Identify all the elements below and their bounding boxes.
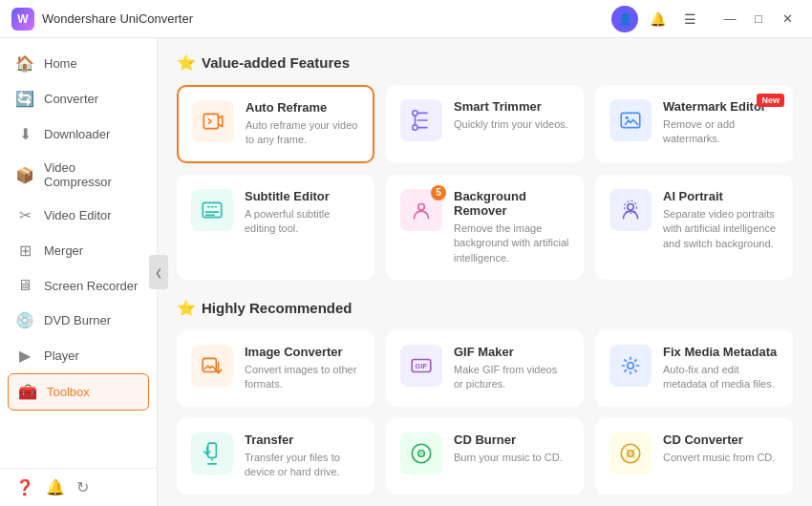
feature-card-ai-portrait[interactable]: AI Portrait Separate video portraits wit… [595, 175, 793, 280]
app-title: Wondershare UniConverter [42, 11, 193, 26]
menu-icon[interactable]: ☰ [676, 6, 703, 32]
feature-card-smart-trimmer[interactable]: Smart Trimmer Quickly trim your videos. [386, 85, 584, 163]
feature-card-subtitle-editor[interactable]: Subtitle Editor A powerful subtitle edit… [177, 175, 374, 280]
fix-media-metadata-text: Fix Media Metadata Auto-fix and edit met… [663, 345, 779, 392]
gif-maker-icon: GIF [409, 353, 434, 378]
gif-maker-name: GIF Maker [454, 345, 569, 359]
sidebar-item-toolbox[interactable]: 🧰 Toolbox [8, 373, 149, 411]
sidebar-item-merger[interactable]: ⊞ Merger [0, 233, 157, 268]
sidebar-item-home[interactable]: 🏠 Home [0, 46, 157, 81]
smart-trimmer-text: Smart Trimmer Quickly trim your videos. [454, 99, 568, 132]
notification-bell-icon[interactable]: 🔔 [644, 6, 671, 32]
sidebar-item-player[interactable]: ▶ Player [0, 338, 157, 373]
downloader-icon: ⬇ [15, 125, 34, 143]
ai-portrait-icon-wrap [609, 189, 652, 231]
transfer-name: Transfer [245, 432, 360, 447]
smart-trimmer-icon [409, 108, 434, 133]
feature-card-cd-converter[interactable]: CD Converter Convert music from CD. [595, 418, 793, 495]
auto-reframe-name: Auto Reframe [246, 100, 359, 115]
svg-point-15 [211, 458, 213, 460]
window-controls: — □ ✕ [716, 6, 801, 32]
smart-trimmer-icon-wrap [400, 99, 442, 141]
ai-portrait-icon [618, 198, 643, 222]
feature-card-watermark-editor[interactable]: New Watermark Editor Remove or add water… [595, 85, 793, 163]
minimize-button[interactable]: — [716, 6, 743, 32]
screen-recorder-icon: 🖥 [15, 277, 34, 294]
auto-reframe-desc: Auto reframe your video to any frame. [246, 118, 359, 148]
cd-burner-name: CD Burner [454, 432, 563, 447]
image-converter-icon-wrap [191, 345, 233, 387]
ai-portrait-name: AI Portrait [663, 189, 779, 203]
fix-media-metadata-icon-wrap [609, 345, 652, 387]
subtitle-editor-name: Subtitle Editor [245, 189, 360, 203]
sidebar-label-video-editor: Video Editor [44, 208, 112, 222]
content-area: ⭐ Value-added Features Auto Reframe Auto… [158, 38, 812, 506]
subtitle-editor-desc: A powerful subtitle editing tool. [245, 207, 360, 237]
cd-burner-icon-wrap [400, 432, 442, 474]
refresh-icon[interactable]: ↻ [76, 478, 89, 496]
cd-burner-icon [409, 441, 434, 466]
feature-card-fix-media-metadata[interactable]: Fix Media Metadata Auto-fix and edit met… [595, 330, 793, 407]
gif-maker-text: GIF Maker Make GIF from videos or pictur… [454, 345, 569, 392]
svg-rect-4 [621, 113, 640, 127]
subtitle-editor-text: Subtitle Editor A powerful subtitle edit… [245, 189, 360, 237]
feature-card-image-converter[interactable]: Image Converter Convert images to other … [177, 330, 374, 407]
sidebar-label-dvd-burner: DVD Burner [44, 313, 111, 327]
value-added-section-header: ⭐ Value-added Features [177, 53, 793, 72]
fix-media-metadata-icon [618, 353, 643, 378]
cd-burner-text: CD Burner Burn your music to CD. [454, 432, 563, 465]
sidebar-label-downloader: Downloader [44, 127, 110, 141]
sidebar-item-converter[interactable]: 🔄 Converter [0, 81, 157, 116]
converter-icon: 🔄 [15, 90, 34, 108]
image-converter-name: Image Converter [245, 345, 360, 359]
recommended-title: Highly Recommended [202, 300, 353, 316]
maximize-button[interactable]: □ [745, 6, 772, 32]
transfer-icon [200, 441, 224, 466]
user-icon[interactable]: 👤 [611, 6, 638, 32]
background-remover-icon-wrap: 5 [400, 189, 442, 231]
auto-reframe-icon [201, 109, 225, 134]
home-icon: 🏠 [15, 54, 34, 73]
title-bar-right: 👤 🔔 ☰ — □ ✕ [611, 6, 801, 32]
svg-point-8 [628, 203, 634, 210]
fix-media-metadata-desc: Auto-fix and edit metadata of media file… [663, 363, 779, 392]
cd-converter-desc: Convert music from CD. [663, 451, 775, 465]
transfer-icon-wrap [191, 432, 233, 474]
gif-maker-icon-wrap: GIF [400, 345, 442, 387]
feature-card-transfer[interactable]: Transfer Transfer your files to device o… [177, 418, 374, 495]
cd-converter-name: CD Converter [663, 432, 775, 447]
background-remover-icon [409, 198, 434, 222]
close-button[interactable]: ✕ [774, 6, 801, 32]
sidebar-item-dvd-burner[interactable]: 💿 DVD Burner [0, 303, 157, 338]
sidebar-label-screen-recorder: Screen Recorder [44, 279, 138, 293]
sidebar: 🏠 Home 🔄 Converter ⬇ Downloader 📦 Video … [0, 38, 158, 506]
svg-rect-10 [203, 358, 216, 371]
svg-text:GIF: GIF [416, 362, 428, 370]
feature-card-background-remover[interactable]: 5 Background Remover Remove the image ba… [386, 175, 584, 280]
sidebar-item-screen-recorder[interactable]: 🖥 Screen Recorder [0, 268, 157, 303]
svg-point-5 [626, 116, 629, 119]
sidebar-label-toolbox: Toolbox [47, 385, 90, 399]
app-logo: W [11, 8, 34, 31]
feature-card-auto-reframe[interactable]: Auto Reframe Auto reframe your video to … [177, 85, 374, 163]
cd-converter-icon [618, 441, 643, 466]
smart-trimmer-name: Smart Trimmer [454, 99, 568, 114]
sidebar-item-video-compressor[interactable]: 📦 Video Compressor [0, 152, 157, 198]
toolbox-icon: 🧰 [18, 383, 37, 401]
video-editor-icon: ✂ [15, 206, 34, 224]
new-badge: New [757, 94, 784, 107]
feature-card-cd-burner[interactable]: CD Burner Burn your music to CD. [386, 418, 584, 495]
sidebar-item-video-editor[interactable]: ✂ Video Editor [0, 198, 157, 233]
collapse-sidebar-button[interactable]: ❮ [149, 255, 168, 289]
gif-maker-desc: Make GIF from videos or pictures. [454, 363, 569, 392]
auto-reframe-icon-wrap [192, 100, 234, 142]
dvd-burner-icon: 💿 [15, 311, 34, 329]
help-icon[interactable]: ❓ [15, 478, 34, 496]
player-icon: ▶ [15, 347, 34, 365]
value-added-icon: ⭐ [177, 53, 196, 72]
sidebar-item-downloader[interactable]: ⬇ Downloader [0, 116, 157, 152]
alerts-icon[interactable]: 🔔 [46, 478, 65, 496]
watermark-editor-desc: Remove or add watermarks. [663, 117, 779, 147]
svg-point-7 [418, 203, 425, 210]
feature-card-gif-maker[interactable]: GIF GIF Maker Make GIF from videos or pi… [386, 330, 584, 407]
